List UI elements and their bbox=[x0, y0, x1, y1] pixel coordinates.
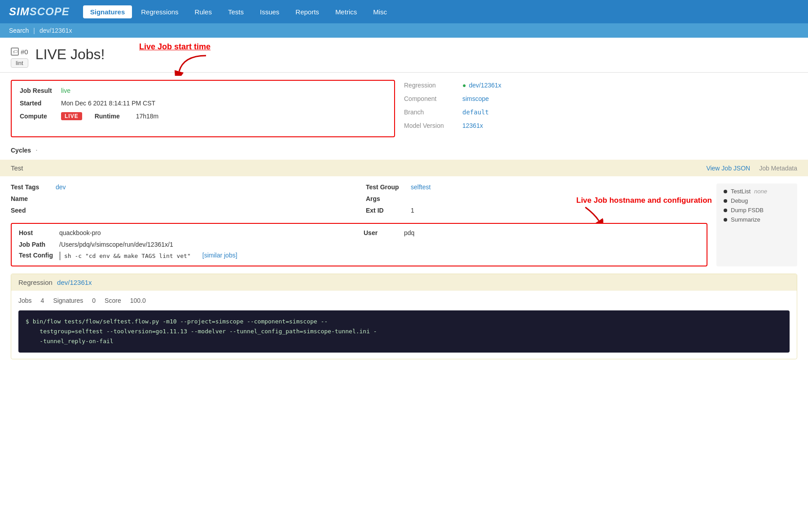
reg-jobs-value: 4 bbox=[41, 297, 44, 304]
meta-testlist-dot bbox=[724, 190, 727, 193]
nav-regressions[interactable]: Regressions bbox=[134, 5, 185, 18]
cycles-row: Cycles · bbox=[0, 144, 808, 160]
navbar: SIMSCOPE Signatures Regressions Rules Te… bbox=[0, 0, 808, 23]
reg-score-value: 100.0 bbox=[130, 297, 146, 304]
job-right-box: Regression dev/12361x Component simscope… bbox=[404, 80, 797, 137]
regression-row: Regression dev/12361x bbox=[404, 82, 797, 89]
meta-testlist-value: none bbox=[754, 188, 767, 195]
test-group-value[interactable]: selftest bbox=[411, 183, 430, 191]
branch-label: Branch bbox=[404, 109, 462, 116]
model-row: Model Version 12361x bbox=[404, 122, 797, 129]
meta-debug-label: Debug bbox=[731, 197, 748, 204]
nav-tests[interactable]: Tests bbox=[221, 5, 251, 18]
user-value: pdq bbox=[404, 229, 414, 236]
meta-dump-fsdb: Dump FSDB bbox=[724, 207, 790, 214]
breadcrumb-search[interactable]: Search bbox=[9, 27, 29, 34]
tag-number: 🏷 #0 bbox=[11, 48, 28, 56]
breadcrumb-path: dev/12361x bbox=[40, 27, 72, 34]
component-row: Component simscope bbox=[404, 95, 797, 102]
view-job-json-link[interactable]: View Job JSON bbox=[706, 165, 750, 172]
nav-items: Signatures Regressions Rules Tests Issue… bbox=[83, 5, 394, 18]
meta-summarize-label: Summarize bbox=[731, 216, 760, 223]
meta-debug-dot bbox=[724, 199, 727, 203]
annotation-arrow-2 bbox=[576, 205, 603, 223]
jobpath-value: /Users/pdq/v/simscope/run/dev/12361x/1 bbox=[59, 241, 173, 248]
test-left: Test Tags dev Name Seed Test Group selft… bbox=[11, 183, 707, 266]
test-tags-value[interactable]: dev bbox=[56, 183, 66, 191]
nav-rules[interactable]: Rules bbox=[188, 5, 219, 18]
job-result-row: Job Result live bbox=[20, 87, 386, 94]
meta-testlist-label: TestList bbox=[731, 188, 751, 195]
test-args-label: Args bbox=[366, 195, 406, 202]
annotation-start-time-text: Live Job start time bbox=[139, 42, 211, 52]
component-value[interactable]: simscope bbox=[462, 95, 489, 102]
test-seed-row: Seed bbox=[11, 207, 352, 214]
nav-misc[interactable]: Misc bbox=[366, 5, 394, 18]
test-group-row: Test Group selftest bbox=[366, 183, 707, 191]
test-extid-value: 1 bbox=[411, 207, 414, 214]
host-value: quackbook-pro bbox=[59, 229, 101, 236]
job-info-section: Job Result live Started Mon Dec 6 2021 8… bbox=[0, 73, 808, 144]
job-result-label: Job Result bbox=[20, 87, 56, 94]
config-value: sh -c "cd env && make TAGS lint vet" bbox=[59, 252, 194, 260]
meta-summarize-dot bbox=[724, 218, 727, 222]
tag-number-text: #0 bbox=[21, 48, 28, 56]
regression-section-label: Regression bbox=[18, 279, 53, 286]
test-name-row: Name bbox=[11, 195, 352, 202]
test-extid-label: Ext ID bbox=[366, 207, 406, 214]
regression-header: Regression dev/12361x bbox=[11, 274, 797, 291]
test-section-actions: View Job JSON Job Metadata bbox=[706, 165, 797, 172]
meta-debug: Debug bbox=[724, 197, 790, 204]
job-runtime-label: Runtime bbox=[95, 113, 131, 120]
job-compute-label: Compute bbox=[20, 113, 56, 120]
breadcrumb-bar: Search | dev/12361x bbox=[0, 23, 808, 38]
tag-label-button[interactable]: lint bbox=[11, 58, 28, 68]
similar-jobs-link[interactable]: [similar jobs] bbox=[202, 252, 237, 259]
reg-sigs-label: Signatures bbox=[53, 297, 83, 304]
regression-section-link[interactable]: dev/12361x bbox=[57, 279, 92, 286]
job-compute-badge: LIVE bbox=[61, 112, 82, 120]
reg-stats: Jobs 4 Signatures 0 Score 100.0 bbox=[18, 297, 790, 304]
host-box: Host quackbook-pro User pdq Job Path /Us… bbox=[11, 223, 707, 266]
host-row: Host quackbook-pro bbox=[19, 229, 355, 236]
jobpath-label: Job Path bbox=[19, 241, 55, 248]
model-value[interactable]: 12361x bbox=[462, 122, 483, 129]
test-body: Test Tags dev Name Seed Test Group selft… bbox=[0, 176, 808, 274]
regression-dot bbox=[462, 82, 469, 89]
tag-icon: 🏷 bbox=[11, 48, 19, 56]
regression-section: Regression dev/12361x Jobs 4 Signatures … bbox=[11, 274, 797, 359]
cycles-value: · bbox=[35, 146, 37, 154]
annotation-hostname: Live Job hostname and configuration bbox=[576, 196, 712, 223]
job-compute-row: Compute LIVE Runtime 17h18m bbox=[20, 112, 386, 120]
test-seed-label: Seed bbox=[11, 207, 51, 214]
meta-dump-fsdb-label: Dump FSDB bbox=[731, 207, 764, 214]
reg-sigs-value: 0 bbox=[92, 297, 96, 304]
nav-signatures[interactable]: Signatures bbox=[83, 5, 132, 18]
job-started-row: Started Mon Dec 6 2021 8:14:11 PM CST bbox=[20, 100, 386, 107]
user-row: User pdq bbox=[364, 229, 699, 236]
job-started-label: Started bbox=[20, 100, 56, 107]
job-result-value: live bbox=[61, 87, 70, 94]
meta-dump-fsdb-dot bbox=[724, 209, 727, 212]
tag-badge: 🏷 #0 lint bbox=[11, 48, 28, 68]
model-label: Model Version bbox=[404, 122, 462, 129]
job-left-box: Job Result live Started Mon Dec 6 2021 8… bbox=[11, 80, 395, 137]
annotation-hostname-text: Live Job hostname and configuration bbox=[576, 196, 712, 205]
job-metadata-tab[interactable]: Job Metadata bbox=[759, 165, 797, 172]
regression-label: Regression bbox=[404, 82, 462, 89]
regression-body: Jobs 4 Signatures 0 Score 100.0 $ bin/fl… bbox=[11, 291, 797, 359]
nav-metrics[interactable]: Metrics bbox=[328, 5, 364, 18]
cycles-label: Cycles bbox=[11, 147, 31, 154]
test-tags-label: Test Tags bbox=[11, 183, 51, 191]
branch-row: Branch default bbox=[404, 109, 797, 116]
meta-summarize: Summarize bbox=[724, 216, 790, 223]
host-section: Live Job hostname and configuration bbox=[11, 223, 707, 266]
regression-link[interactable]: dev/12361x bbox=[469, 82, 501, 89]
meta-testlist: TestList none bbox=[724, 188, 790, 195]
logo: SIMSCOPE bbox=[9, 5, 70, 18]
nav-issues[interactable]: Issues bbox=[253, 5, 286, 18]
test-tags-row: Test Tags dev bbox=[11, 183, 352, 191]
page-title: LIVE Jobs! bbox=[35, 46, 105, 63]
jobpath-row: Job Path /Users/pdq/v/simscope/run/dev/1… bbox=[19, 241, 699, 248]
nav-reports[interactable]: Reports bbox=[288, 5, 326, 18]
